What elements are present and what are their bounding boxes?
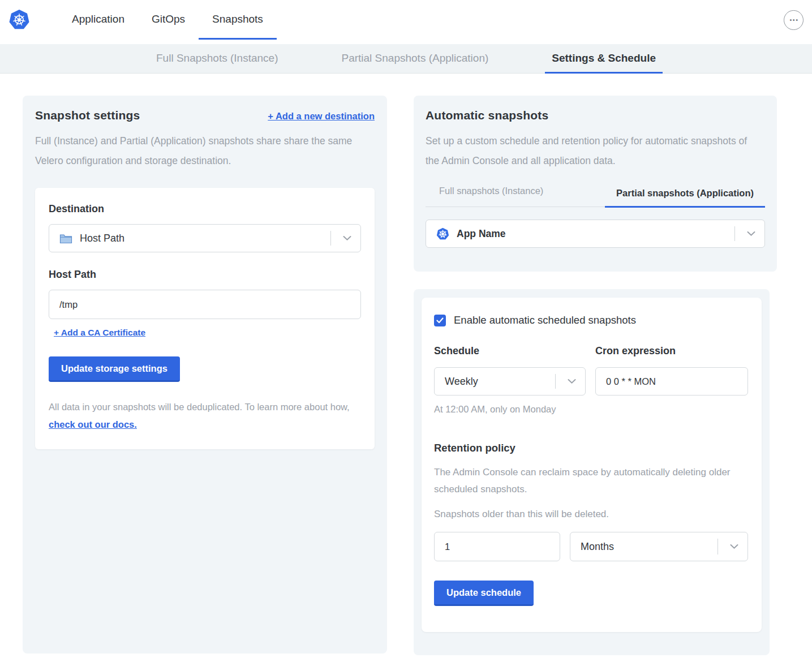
retention-unit-value: Months (581, 541, 614, 553)
retention-unit-select[interactable]: Months (570, 532, 748, 561)
snapshot-settings-description: Full (Instance) and Partial (Application… (35, 131, 370, 171)
snapshots-subnav: Full Snapshots (Instance) Partial Snapsh… (0, 44, 812, 74)
folder-icon (59, 233, 72, 244)
ellipsis-icon: ••• (789, 16, 798, 23)
header-spacer (277, 0, 784, 40)
subnav-tab-settings-schedule[interactable]: Settings & Schedule (545, 44, 663, 74)
chevron-down-icon (730, 544, 738, 549)
retention-hint: Snapshots older than this will be delete… (434, 509, 749, 520)
nav-tab-application[interactable]: Application (58, 0, 138, 40)
app-select-value: App Name (457, 228, 506, 240)
select-divider (555, 374, 556, 389)
dedupe-text: All data in your snapshots will be dedup… (49, 402, 350, 412)
more-menu-button[interactable]: ••• (784, 10, 804, 30)
checkmark-icon (436, 317, 444, 324)
primary-nav-tabs: Application GitOps Snapshots (58, 0, 277, 40)
destination-select[interactable]: Host Path (49, 224, 361, 252)
docs-link[interactable]: check out our docs. (49, 419, 137, 429)
schedule-panel: Enable automatic scheduled snapshots Sch… (422, 298, 762, 632)
destination-label: Destination (49, 203, 361, 215)
kubernetes-logo[interactable] (8, 0, 30, 40)
nav-tab-gitops[interactable]: GitOps (138, 0, 199, 40)
snapshot-settings-card: Snapshot settings + Add a new destinatio… (23, 96, 387, 654)
cron-readable-text: At 12:00 AM, only on Monday (434, 404, 749, 415)
automatic-snapshots-description: Set up a custom schedule and retention p… (426, 131, 761, 171)
host-path-input[interactable] (49, 290, 361, 319)
enable-snapshots-checkbox[interactable] (434, 315, 446, 326)
enable-snapshots-label[interactable]: Enable automatic scheduled snapshots (454, 314, 636, 326)
schedule-label: Schedule (434, 345, 595, 357)
subnav-tab-partial-snapshots[interactable]: Partial Snapshots (Application) (334, 44, 495, 74)
schedule-interval-value: Weekly (445, 376, 478, 388)
cron-expression-input[interactable] (595, 367, 748, 396)
chevron-down-icon (568, 379, 576, 384)
add-new-destination-link[interactable]: + Add a new destination (268, 111, 375, 122)
dedupe-note: All data in your snapshots will be dedup… (49, 398, 361, 433)
top-nav: Application GitOps Snapshots ••• (0, 0, 812, 40)
update-schedule-button[interactable]: Update schedule (434, 581, 534, 606)
add-ca-certificate-link[interactable]: + Add a CA Certificate (54, 328, 145, 338)
select-divider (330, 231, 331, 246)
tab-full-snapshots-instance[interactable]: Full snapshots (Instance) (426, 186, 543, 207)
host-path-label: Host Path (49, 269, 361, 281)
chevron-down-icon (343, 236, 351, 241)
select-divider (734, 226, 735, 241)
automatic-snapshots-tabs: Full snapshots (Instance) Partial snapsh… (426, 186, 765, 207)
update-storage-settings-button[interactable]: Update storage settings (49, 356, 180, 382)
destination-select-value: Host Path (80, 233, 124, 244)
automatic-snapshots-card: Automatic snapshots Set up a custom sche… (414, 96, 777, 272)
enable-snapshots-row[interactable]: Enable automatic scheduled snapshots (434, 314, 749, 326)
right-column: Automatic snapshots Set up a custom sche… (414, 96, 777, 655)
app-select[interactable]: App Name (426, 220, 765, 248)
app-kubernetes-icon (436, 227, 449, 240)
storage-settings-panel: Destination Host Path Host Path (35, 188, 375, 449)
cron-expression-label: Cron expression (595, 345, 749, 357)
retention-policy-description: The Admin Console can reclaim space by a… (434, 464, 736, 498)
select-divider (718, 539, 718, 554)
snapshot-settings-title: Snapshot settings (35, 109, 140, 122)
automatic-snapshots-title: Automatic snapshots (426, 109, 765, 122)
subnav-tab-full-snapshots[interactable]: Full Snapshots (Instance) (149, 44, 285, 74)
schedule-interval-select[interactable]: Weekly (434, 367, 586, 396)
chevron-down-icon (747, 231, 755, 237)
schedule-card: Enable automatic scheduled snapshots Sch… (414, 289, 770, 655)
main-content: Snapshot settings + Add a new destinatio… (0, 74, 812, 655)
retention-policy-title: Retention policy (434, 442, 749, 454)
tab-partial-snapshots-application[interactable]: Partial snapshots (Application) (605, 188, 765, 208)
retention-value-input[interactable] (434, 532, 560, 561)
nav-tab-snapshots[interactable]: Snapshots (199, 0, 277, 40)
